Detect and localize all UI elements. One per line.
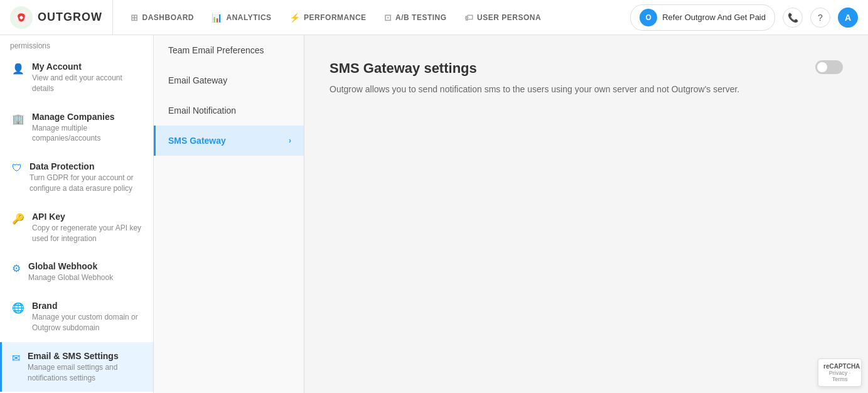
sidebar-item-global-webhook[interactable]: ⚙ Global Webhook Manage Global Webhook [0, 252, 153, 292]
email-sms-icon: ✉ [12, 352, 20, 364]
refer-button[interactable]: O Refer Outgrow And Get Paid [630, 4, 775, 31]
phone-icon-button[interactable]: 📞 [783, 8, 803, 28]
middle-nav-team-email[interactable]: Team Email Preferences [154, 35, 304, 65]
api-key-icon: 🔑 [12, 213, 24, 225]
middle-nav-email-notification[interactable]: Email Notification [154, 95, 304, 126]
toggle-slider [815, 60, 843, 74]
nav-items: ⊞ DASHBOARD 📊 ANALYTICS ⚡ PERFORMANCE ⊡ … [123, 0, 630, 35]
sidebar-item-brand[interactable]: 🌐 Brand Manage your custom domain or Out… [0, 292, 153, 342]
performance-icon: ⚡ [289, 13, 301, 23]
sms-description: Outgrow allows you to send notification … [330, 83, 739, 96]
nav-analytics[interactable]: 📊 ANALYTICS [204, 0, 279, 35]
sidebar-item-email-sms[interactable]: ✉ Email & SMS Settings Manage email sett… [0, 342, 153, 392]
user-avatar[interactable]: A [838, 8, 858, 28]
sidebar-item-manage-companies[interactable]: 🏢 Manage Companies Manage multiple compa… [0, 103, 153, 153]
chevron-right-icon: › [289, 136, 291, 145]
companies-icon: 🏢 [12, 113, 24, 125]
ab-icon: ⊡ [384, 13, 392, 23]
main-content: SMS Gateway settings Outgrow allows you … [304, 35, 868, 393]
brand-icon: 🌐 [12, 302, 24, 314]
webhook-icon: ⚙ [12, 262, 21, 274]
left-sidebar: permissions 👤 My Account View and edit y… [0, 35, 154, 393]
sidebar-item-my-account[interactable]: 👤 My Account View and edit your account … [0, 53, 153, 103]
sidebar-item-data-protection[interactable]: 🛡 Data Protection Turn GDPR for your acc… [0, 153, 153, 203]
main-layout: permissions 👤 My Account View and edit y… [0, 35, 868, 393]
middle-nav-sms-gateway[interactable]: SMS Gateway › [154, 126, 304, 156]
sms-title: SMS Gateway settings [330, 60, 739, 77]
top-navigation: OUTGROW ⊞ DASHBOARD 📊 ANALYTICS ⚡ PERFOR… [0, 0, 868, 35]
analytics-icon: 📊 [212, 13, 223, 23]
middle-nav-email-gateway[interactable]: Email Gateway [154, 65, 304, 95]
logo-text: OUTGROW [38, 11, 102, 24]
sms-toggle[interactable] [815, 60, 843, 74]
user-icon: 👤 [12, 63, 24, 75]
recaptcha-badge: reCAPTCHA Privacy · Terms [818, 358, 862, 387]
tag-icon: 🏷 [464, 13, 474, 23]
shield-icon: 🛡 [12, 163, 22, 174]
permissions-text: permissions [0, 35, 153, 53]
nav-right: O Refer Outgrow And Get Paid 📞 ? A [630, 4, 858, 31]
nav-ab-testing[interactable]: ⊡ A/B TESTING [377, 0, 454, 35]
logo-area: OUTGROW [10, 0, 113, 35]
refer-icon: O [640, 9, 657, 26]
sms-header-row: SMS Gateway settings Outgrow allows you … [330, 60, 843, 96]
middle-navigation: Team Email Preferences Email Gateway Ema… [154, 35, 304, 393]
sidebar-item-api-key[interactable]: 🔑 API Key Copy or regenerate your API ke… [0, 203, 153, 253]
nav-dashboard[interactable]: ⊞ DASHBOARD [123, 0, 201, 35]
dashboard-icon: ⊞ [131, 13, 139, 23]
nav-user-persona[interactable]: 🏷 USER PERSONA [457, 0, 549, 35]
nav-performance[interactable]: ⚡ PERFORMANCE [282, 0, 374, 35]
logo-icon [10, 6, 33, 29]
help-icon-button[interactable]: ? [810, 8, 830, 28]
